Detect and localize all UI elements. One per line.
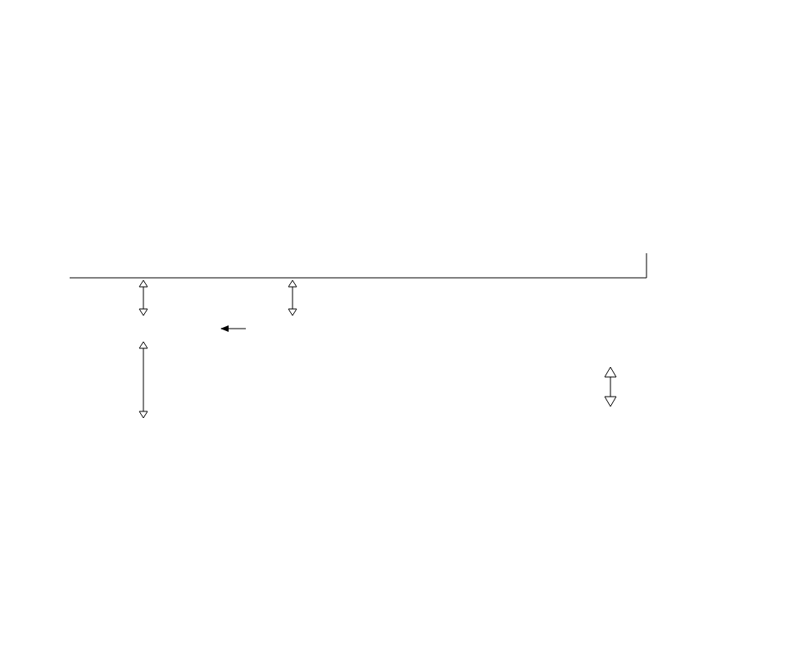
canvas-boundary (4, 4, 799, 668)
